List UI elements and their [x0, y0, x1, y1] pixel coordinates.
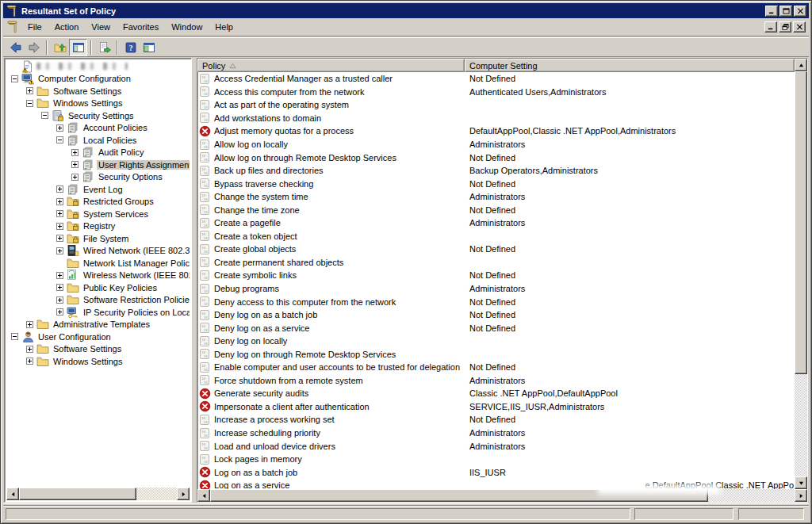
forward-button[interactable] — [25, 39, 43, 56]
show-console-tree-button[interactable] — [69, 39, 87, 56]
policy-row[interactable]: Log on as a batch jobIIS_IUSR — [197, 465, 795, 479]
policy-row[interactable]: Adjust memory quotas for a processDefaul… — [197, 124, 795, 138]
scroll-left-button[interactable] — [6, 488, 19, 500]
policy-row[interactable]: 1010Act as part of the operating system — [197, 98, 795, 112]
policy-row[interactable]: 1010Enable computer and user accounts to… — [197, 361, 795, 374]
tree-item-computer-configuration[interactable]: Computer Configuration — [6, 73, 190, 86]
scroll-right-button[interactable] — [177, 488, 190, 500]
tree-item-public-key-policies[interactable]: Public Key Policies — [6, 281, 190, 294]
tree-item-event-log[interactable]: Event Log — [6, 183, 190, 196]
policy-row[interactable]: Impersonate a client after authenticatio… — [197, 400, 795, 414]
tree-item-wired-network-ieee-802-3-i[interactable]: Wired Network (IEEE 802.3) I — [6, 245, 190, 258]
minimize-button[interactable] — [765, 6, 778, 17]
mdi-minimize-button[interactable] — [764, 21, 777, 33]
expand-plus-icon[interactable] — [71, 161, 79, 168]
expand-plus-icon[interactable] — [56, 296, 63, 304]
policy-row[interactable]: 1010Deny log on through Remote Desktop S… — [197, 347, 795, 361]
expand-plus-icon[interactable] — [71, 149, 79, 156]
menu-window[interactable]: Window — [165, 20, 209, 34]
policy-row[interactable]: 1010Back up files and directoriesBackup … — [197, 164, 795, 178]
tree-item-windows-settings[interactable]: Windows Settings — [6, 98, 190, 110]
tree-item-wireless-network-ieee-802-1[interactable]: Wireless Network (IEEE 802.1 — [6, 270, 190, 282]
expand-plus-icon[interactable] — [56, 186, 63, 193]
tree-item-windows-settings[interactable]: Windows Settings — [6, 355, 190, 368]
tree-item-system-services[interactable]: System Services — [6, 208, 190, 220]
tree-item-administrative-templates[interactable]: Administrative Templates — [6, 319, 190, 331]
tree-item-network-list-manager-policies[interactable]: Network List Manager Policies — [6, 257, 190, 270]
menu-favorites[interactable]: Favorites — [117, 20, 165, 34]
tree-item-user-rights-assignment[interactable]: User Rights Assignment — [6, 159, 190, 171]
policy-row[interactable]: 1010Allow log on through Remote Desktop … — [197, 151, 795, 164]
mdi-close-button[interactable] — [793, 21, 806, 33]
collapse-minus-icon[interactable] — [41, 112, 48, 119]
scroll-thumb[interactable] — [19, 488, 136, 500]
tree-item-local-policies[interactable]: Local Policies — [6, 134, 190, 147]
policy-row[interactable]: 1010Deny log on as a batch jobNot Define… — [197, 308, 795, 322]
policy-row[interactable]: 1010Debug programsAdministrators — [197, 282, 795, 296]
policy-row[interactable]: 1010Deny log on as a serviceNot Defined — [197, 321, 795, 335]
policy-row[interactable]: 1010Create permanent shared objects — [197, 256, 795, 270]
tree-item-user-configuration[interactable]: User Configuration — [6, 331, 190, 343]
help-button[interactable]: ? — [121, 39, 140, 56]
expand-plus-icon[interactable] — [71, 174, 79, 181]
expand-plus-icon[interactable] — [56, 198, 63, 205]
tree-item-security-options[interactable]: Security Options — [6, 171, 190, 184]
policy-row[interactable]: 1010Force shutdown from a remote systemA… — [197, 374, 795, 388]
collapse-minus-icon[interactable] — [11, 75, 18, 82]
tree-horizontal-scrollbar[interactable] — [6, 488, 190, 500]
tree-item-restricted-groups[interactable]: Restricted Groups — [6, 196, 190, 208]
tree-item-audit-policy[interactable]: Audit Policy — [6, 147, 190, 159]
policy-row[interactable]: 1010Allow log on locallyAdministrators — [197, 138, 795, 151]
expand-plus-icon[interactable] — [56, 284, 63, 291]
tree-item-ip-security-policies-on-local-c[interactable]: IP Security Policies on Local C — [6, 306, 190, 319]
policy-row[interactable]: Generate security auditsClassic .NET App… — [197, 387, 795, 400]
tree-item-software-restriction-policies[interactable]: Software Restriction Policies — [6, 294, 190, 307]
scroll-right-button[interactable] — [795, 489, 807, 502]
column-header-policy[interactable]: Policy — [197, 59, 465, 72]
column-header-computer-setting[interactable]: Computer Setting — [465, 59, 795, 72]
menu-action[interactable]: Action — [48, 20, 86, 34]
maximize-button[interactable] — [779, 6, 792, 17]
collapse-minus-icon[interactable] — [56, 136, 63, 143]
policy-row[interactable]: 1010Increase a process working setNot De… — [197, 413, 795, 426]
expand-plus-icon[interactable] — [26, 346, 33, 353]
menu-file[interactable]: File — [21, 20, 48, 34]
expand-plus-icon[interactable] — [56, 210, 63, 217]
expand-plus-icon[interactable] — [26, 321, 33, 328]
scroll-up-button[interactable] — [795, 59, 807, 71]
policy-row[interactable]: 1010Lock pages in memory — [197, 453, 795, 466]
policy-row[interactable]: 1010Create a pagefileAdministrators — [197, 216, 795, 230]
scroll-down-button[interactable] — [795, 476, 807, 489]
policy-row[interactable]: 1010Create global objectsNot Defined — [197, 243, 795, 256]
expand-plus-icon[interactable] — [56, 223, 63, 230]
title-bar[interactable]: Resultant Set of Policy — [3, 3, 809, 18]
tree-item-root[interactable] — [6, 60, 190, 73]
tree-item-registry[interactable]: Registry — [6, 220, 190, 233]
policy-row[interactable]: 1010Create symbolic linksNot Defined — [197, 269, 795, 282]
menu-help[interactable]: Help — [209, 20, 239, 34]
mdi-restore-button[interactable] — [779, 21, 791, 33]
up-one-level-button[interactable] — [51, 39, 69, 56]
expand-plus-icon[interactable] — [56, 247, 63, 254]
list-vertical-scrollbar[interactable] — [795, 59, 807, 489]
expand-plus-icon[interactable] — [26, 358, 33, 365]
tree-item-software-settings[interactable]: Software Settings — [6, 85, 190, 98]
policy-row[interactable]: 1010Create a token object — [197, 230, 795, 243]
expand-plus-icon[interactable] — [56, 124, 63, 132]
policy-row[interactable]: 1010Deny log on locally — [197, 335, 795, 348]
expand-plus-icon[interactable] — [56, 308, 63, 316]
policy-row[interactable]: 1010Load and unload device driversAdmini… — [197, 439, 795, 453]
policy-row[interactable]: 1010Change the system timeAdministrators — [197, 190, 795, 204]
policy-row[interactable]: 1010Deny access to this computer from th… — [197, 295, 795, 308]
tree-item-software-settings[interactable]: Software Settings — [6, 343, 190, 356]
export-list-button[interactable] — [95, 39, 113, 56]
back-button[interactable] — [6, 39, 25, 56]
scroll-left-button[interactable] — [197, 489, 210, 502]
tree-item-security-settings[interactable]: Security Settings — [6, 109, 190, 122]
new-window-button[interactable] — [140, 39, 158, 56]
expand-plus-icon[interactable] — [26, 87, 33, 94]
scroll-thumb[interactable] — [795, 71, 807, 374]
policy-row[interactable]: 1010Access this computer from the networ… — [197, 86, 795, 99]
tree-item-account-policies[interactable]: Account Policies — [6, 122, 190, 135]
menu-view[interactable]: View — [85, 20, 117, 34]
